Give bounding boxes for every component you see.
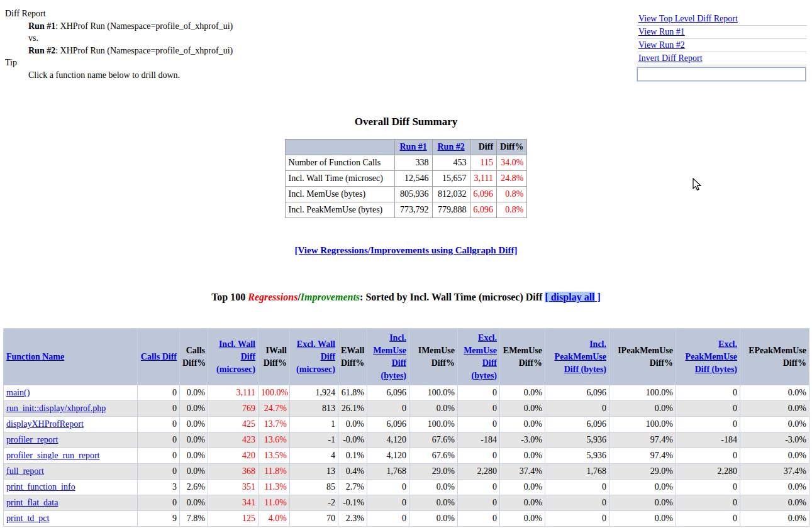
view-callgraph-diff-link[interactable]: [View Regressions/Improvements using Cal… [295, 245, 518, 255]
function-link[interactable]: print_flat_data [6, 498, 58, 507]
metric-cell: 0 [138, 385, 180, 401]
table-row: print_flat_data00.0%34111.0%-2-0.1%00.0%… [4, 495, 809, 511]
metric-cell: 0.0% [740, 480, 809, 495]
metric-cell: -2 [290, 495, 338, 511]
metric-cell: 1 [290, 417, 338, 432]
report-title: Diff Report [5, 8, 233, 20]
metric-cell: 2,280 [676, 464, 740, 480]
metric-cell: 0.4% [338, 464, 367, 480]
metric-cell: 0.0% [500, 480, 545, 495]
table-row: full_report00.0%36811.8%130.4%1,76829.0%… [4, 464, 809, 480]
metric-cell: 100.0% [609, 417, 676, 432]
run2-header-link[interactable]: Run #2 [437, 142, 464, 151]
col-incl-wall-diff: Incl. Wall Diff (microsec) [208, 329, 259, 385]
tip-text: Click a function name below to drill dow… [28, 69, 233, 82]
metric-cell: 1,768 [367, 464, 409, 480]
overall-diff-summary-table: Run #1 Run #2 Diff Diff% Number of Funct… [285, 139, 528, 218]
metric-cell: 0.0% [500, 385, 545, 401]
sort-incl-memuse-diff-link[interactable]: Incl. MemUse Diff (bytes) [373, 333, 406, 380]
metric-cell: 0.0% [180, 464, 208, 480]
metric-cell: 0.0% [180, 401, 208, 417]
metric-cell: 24.7% [259, 401, 290, 417]
function-link[interactable]: profiler_single_run_report [6, 451, 100, 460]
function-name-cell: displayXHProfReport [4, 417, 138, 432]
sort-incl-wall-diff-link[interactable]: Incl. Wall Diff (microsec) [216, 339, 255, 374]
summary-diffpct-value: 34.0% [497, 155, 527, 171]
metric-cell: 0.0% [740, 511, 809, 527]
metric-cell: 97.4% [609, 432, 676, 448]
metric-cell: 813 [290, 401, 338, 417]
metric-cell: 0 [367, 511, 409, 527]
table-row: displayXHProfReport00.0%42513.7%10.0%6,0… [4, 417, 809, 432]
view-run1-link[interactable]: View Run #1 [638, 27, 685, 36]
metric-cell: 0 [138, 464, 180, 480]
metric-cell: 0 [676, 480, 740, 495]
view-run2-link[interactable]: View Run #2 [638, 40, 685, 50]
mouse-cursor [692, 178, 701, 192]
metric-cell: 0 [138, 495, 180, 511]
metric-cell: 0.0% [500, 495, 545, 511]
function-link[interactable]: profiler_report [6, 435, 58, 444]
metric-cell: 125 [208, 511, 259, 527]
metric-cell: 70 [290, 511, 338, 527]
metric-cell: 4,120 [367, 448, 409, 464]
function-table-body: main()00.0%3,111100.0%1,92461.8%6,096100… [4, 385, 809, 527]
summary-run1-value: 12,546 [394, 171, 432, 187]
sort-excl-memuse-diff-link[interactable]: Excl. MemUse Diff (bytes) [464, 333, 497, 380]
metric-cell: 9 [138, 511, 180, 527]
metric-cell: 85 [290, 480, 338, 495]
function-name-cell: print_td_pct [4, 511, 138, 527]
callgraph-diff-line: [View Regressions/Improvements using Cal… [0, 245, 812, 256]
metric-cell: 4,120 [367, 432, 409, 448]
function-link[interactable]: displayXHProfReport [6, 419, 84, 429]
function-link[interactable]: run_init::display/xhprof.php [6, 404, 106, 413]
function-link[interactable]: print_td_pct [6, 514, 49, 523]
metric-cell: 37.4% [740, 464, 809, 480]
summary-run1-value: 805,936 [394, 187, 432, 202]
metric-cell: 7.8% [180, 511, 208, 527]
metric-cell: 2.7% [338, 480, 367, 495]
sort-calls-diff-link[interactable]: Calls Diff [141, 352, 177, 361]
run1-header-link[interactable]: Run #1 [399, 142, 426, 151]
run2-description: : XHProf Run (Namespace=profile_of_xhpro… [55, 46, 233, 55]
run-search-input[interactable] [637, 67, 806, 81]
summary-run1-value: 338 [394, 155, 432, 171]
metric-cell: 26.1% [338, 401, 367, 417]
summary-diff-value: 6,096 [470, 202, 497, 218]
summary-col-diff: Diff [470, 140, 497, 155]
metric-cell: -1 [290, 432, 338, 448]
sort-incl-peakmemuse-diff-link[interactable]: Incl. PeakMemUse Diff (bytes) [555, 339, 606, 374]
summary-run2-value: 779,888 [432, 202, 470, 218]
sort-function-name-link[interactable]: Function Name [6, 352, 64, 361]
function-diff-table: Function Name Calls Diff Calls Diff% Inc… [3, 328, 809, 527]
metric-cell: -3.0% [500, 432, 545, 448]
metric-cell: 0 [138, 432, 180, 448]
col-incl-memuse-diff: Incl. MemUse Diff (bytes) [367, 329, 409, 385]
metric-cell: 0 [458, 448, 500, 464]
metric-cell: 11.3% [259, 480, 290, 495]
col-calls-diff: Calls Diff [138, 329, 180, 385]
function-link[interactable]: main() [6, 388, 30, 397]
metric-cell: 0 [545, 495, 609, 511]
function-link[interactable]: print_function_info [6, 482, 75, 492]
summary-row: Number of Function Calls 338 453 115 34.… [285, 155, 527, 171]
summary-header-row: Run #1 Run #2 Diff Diff% [285, 140, 527, 155]
invert-diff-report-link[interactable]: Invert Diff Report [638, 53, 703, 63]
col-iwall-diffpct: IWall Diff% [259, 329, 290, 385]
nav-links-panel: View Top Level Diff Report View Run #1 V… [637, 13, 807, 81]
run1-label: Run #1 [28, 21, 55, 31]
display-all-link[interactable]: [ display all ] [545, 292, 600, 302]
col-ipeakmemuse-diffpct: IPeakMemUse Diff% [609, 329, 676, 385]
function-name-cell: main() [4, 385, 138, 401]
metric-cell: 0 [367, 495, 409, 511]
view-top-level-diff-report-link[interactable]: View Top Level Diff Report [638, 14, 738, 23]
metric-cell: 0.0% [180, 432, 208, 448]
metric-cell: 13.6% [259, 432, 290, 448]
sort-excl-peakmemuse-diff-link[interactable]: Excl. PeakMemUse Diff (bytes) [686, 339, 737, 374]
sort-excl-wall-diff-link[interactable]: Excl. Wall Diff (microsec) [296, 339, 335, 374]
metric-cell: 0.0% [409, 401, 458, 417]
metric-cell: -0.0% [338, 432, 367, 448]
function-name-cell: profiler_single_run_report [4, 448, 138, 464]
function-link[interactable]: full_report [6, 466, 44, 476]
col-ememuse-diffpct: EMemUse Diff% [500, 329, 545, 385]
